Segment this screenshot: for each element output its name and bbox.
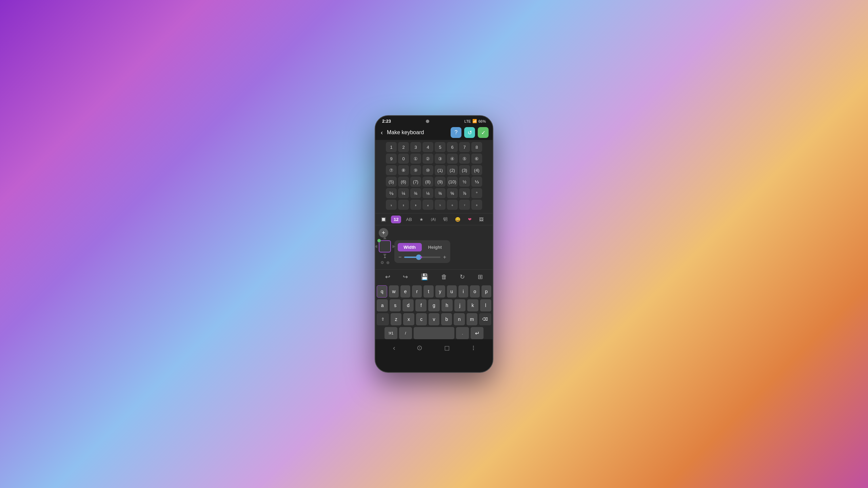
grid-key[interactable]: (4) xyxy=(471,165,482,175)
key-c[interactable]: c xyxy=(416,313,427,325)
grid-key[interactable]: 9 xyxy=(386,154,397,164)
grid-key[interactable]: ⅝ xyxy=(447,188,458,198)
slash-key[interactable]: / xyxy=(399,327,412,339)
grid-key[interactable]: ₂ xyxy=(398,200,409,210)
grid-key[interactable]: ② xyxy=(422,154,433,164)
key-d[interactable]: d xyxy=(402,299,414,311)
cat-item-image[interactable]: 🖼 xyxy=(476,216,486,223)
grid-key[interactable]: ⑨ xyxy=(410,165,421,175)
period-key[interactable]: . xyxy=(456,327,469,339)
grid-key[interactable]: ⅞ xyxy=(459,188,470,198)
cat-item-star[interactable]: ★ xyxy=(417,216,426,223)
key-h[interactable]: h xyxy=(441,299,453,311)
grid-key[interactable]: (10) xyxy=(447,177,458,187)
grid-button[interactable]: ⊞ xyxy=(476,272,484,282)
key-y[interactable]: y xyxy=(435,285,445,298)
grid-key[interactable]: ₈ xyxy=(471,200,482,210)
key-settings-icon[interactable]: ⚙ xyxy=(380,260,384,265)
grid-key[interactable]: (1) xyxy=(435,165,446,175)
key-r[interactable]: r xyxy=(412,285,422,298)
cat-item-heart[interactable]: ❤ xyxy=(465,216,474,223)
shift-key[interactable]: ⇧ xyxy=(377,313,389,325)
grid-key[interactable]: ¾ xyxy=(410,188,421,198)
grid-key[interactable]: (3) xyxy=(459,165,470,175)
key-v[interactable]: v xyxy=(429,313,439,325)
width-tab[interactable]: Width xyxy=(398,243,422,251)
cat-item-a[interactable]: (A) xyxy=(428,216,439,223)
key-m[interactable]: m xyxy=(467,313,477,325)
grid-key[interactable]: ⑧ xyxy=(398,165,409,175)
key-s[interactable]: s xyxy=(390,299,401,311)
grid-key[interactable]: ⅔ xyxy=(386,188,397,198)
key-x[interactable]: x xyxy=(403,313,414,325)
grid-key[interactable]: ₃ xyxy=(410,200,421,210)
grid-key[interactable]: (2) xyxy=(447,165,458,175)
height-tab[interactable]: Height xyxy=(423,243,447,251)
key-j[interactable]: j xyxy=(454,299,466,311)
cat-item-layout[interactable]: 🔲 xyxy=(378,216,389,223)
key-l[interactable]: l xyxy=(480,299,491,311)
key-w[interactable]: w xyxy=(389,285,399,298)
key-b[interactable]: b xyxy=(441,313,452,325)
key-q[interactable]: q xyxy=(377,285,387,298)
undo-button[interactable]: ↩ xyxy=(384,272,392,282)
backspace-key[interactable]: ⌫ xyxy=(479,313,491,325)
cat-item-more[interactable]: ⋮ xyxy=(488,216,493,223)
confirm-button[interactable]: ✓ xyxy=(478,127,489,138)
slider-minus-button[interactable]: − xyxy=(398,254,402,260)
grid-key[interactable]: ① xyxy=(410,154,421,164)
grid-key[interactable]: 3 xyxy=(410,142,421,152)
key-e[interactable]: e xyxy=(400,285,410,298)
redo-button[interactable]: ↪ xyxy=(401,272,409,282)
slider-track[interactable] xyxy=(404,257,440,258)
nav-recents-button[interactable]: ◻ xyxy=(444,344,450,352)
key-z[interactable]: z xyxy=(391,313,401,325)
symbols-key[interactable]: !#1 xyxy=(384,327,397,339)
nav-back-button[interactable]: ‹ xyxy=(393,344,395,352)
grid-key[interactable]: 4 xyxy=(422,142,433,152)
key-a[interactable]: a xyxy=(377,299,388,311)
slider-plus-button[interactable]: + xyxy=(442,254,447,260)
space-key[interactable] xyxy=(414,327,454,339)
key-plus-icon[interactable]: ⊕ xyxy=(386,260,390,265)
back-button[interactable]: ‹ xyxy=(379,128,384,138)
cat-item-ab[interactable]: AB xyxy=(403,216,414,223)
enter-key[interactable]: ↵ xyxy=(471,327,484,339)
grid-key[interactable]: ₆ xyxy=(447,200,458,210)
grid-key[interactable]: ½ xyxy=(459,177,470,187)
key-o[interactable]: o xyxy=(470,285,480,298)
grid-key[interactable]: ⑦ xyxy=(386,165,397,175)
grid-key[interactable]: 5 xyxy=(435,142,446,152)
grid-key[interactable]: 0 xyxy=(398,154,409,164)
save-button[interactable]: 💾 xyxy=(419,272,430,282)
grid-key[interactable]: ⅓ xyxy=(471,177,482,187)
help-button[interactable]: ? xyxy=(451,127,461,138)
grid-key[interactable]: ⑩ xyxy=(422,165,433,175)
cat-item-numbers[interactable]: 12 xyxy=(391,216,401,223)
grid-key[interactable]: ₅ xyxy=(435,200,446,210)
grid-key[interactable]: (6) xyxy=(398,177,409,187)
grid-key[interactable]: (8) xyxy=(422,177,433,187)
grid-key[interactable]: ⑥ xyxy=(471,154,482,164)
key-g[interactable]: g xyxy=(428,299,439,311)
grid-key[interactable]: 6 xyxy=(447,142,458,152)
key-preview-box[interactable] xyxy=(379,240,391,252)
key-n[interactable]: n xyxy=(454,313,465,325)
grid-key[interactable]: ⑤ xyxy=(459,154,470,164)
grid-key[interactable]: ⅛ xyxy=(422,188,433,198)
refresh-button[interactable]: ↺ xyxy=(464,127,475,138)
grid-key[interactable]: ₄ xyxy=(422,200,433,210)
grid-key[interactable]: 7 xyxy=(459,142,470,152)
grid-key[interactable]: ③ xyxy=(435,154,446,164)
grid-key[interactable]: ¼ xyxy=(398,188,409,198)
key-k[interactable]: k xyxy=(467,299,478,311)
grid-key[interactable]: ₇ xyxy=(459,200,470,210)
grid-key[interactable]: (5) xyxy=(386,177,397,187)
cat-item-emoji[interactable]: 😀 xyxy=(452,216,463,223)
key-t[interactable]: t xyxy=(423,285,433,298)
cat-item-chinese[interactable]: 钥 xyxy=(440,215,450,224)
cycle-button[interactable]: ↻ xyxy=(458,272,466,282)
key-f[interactable]: f xyxy=(415,299,427,311)
key-i[interactable]: i xyxy=(458,285,468,298)
key-p[interactable]: p xyxy=(481,285,491,298)
